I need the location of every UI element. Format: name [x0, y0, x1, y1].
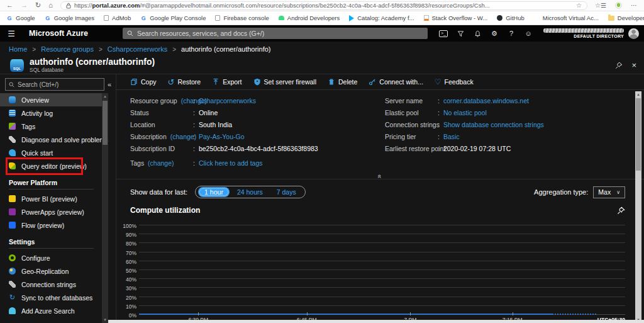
bookmark-google-play-console[interactable]: GGoogle Play Console: [140, 14, 206, 21]
scrollbar-thumb[interactable]: [103, 101, 108, 145]
collapse-sidebar-icon[interactable]: «: [107, 81, 112, 88]
bookmark-stack-overflow[interactable]: Stack Overflow - W...: [424, 14, 488, 21]
browser-menu-icon[interactable]: ⋯: [631, 2, 638, 9]
change-link[interactable]: (change): [170, 133, 196, 140]
scroll-up-icon[interactable]: ▴: [635, 91, 641, 98]
sidebar-item-activity-log[interactable]: Activity log: [0, 106, 103, 120]
github-icon: [497, 15, 502, 21]
shield-icon: [253, 78, 261, 86]
help-icon[interactable]: ?: [507, 29, 516, 38]
powerapps-icon: [9, 208, 16, 215]
subscription-link[interactable]: Pay-As-You-Go: [199, 133, 245, 140]
favorite-star-icon[interactable]: ☆: [576, 2, 582, 9]
copy-button[interactable]: Copy: [130, 78, 157, 86]
favorites-bar-icon[interactable]: ☆☰: [595, 2, 606, 9]
feedback-button[interactable]: ♡Feedback: [435, 78, 474, 86]
scrollbar-thumb[interactable]: [636, 98, 641, 171]
collapse-essentials-icon[interactable]: «: [377, 174, 384, 178]
feedback-smiley-icon[interactable]: ☺: [524, 29, 533, 38]
change-link[interactable]: (change): [148, 159, 174, 167]
scroll-up-icon[interactable]: ▴: [102, 93, 108, 99]
bookmark-microsoft-virtual-academy[interactable]: Microsoft Virtual Ac...: [534, 14, 599, 21]
scroll-down-icon[interactable]: ▾: [102, 317, 108, 323]
elastic-pool-link[interactable]: No elastic pool: [443, 109, 487, 116]
connect-key-icon: [369, 78, 376, 86]
monitoring-controls: Show data for last: 1 hour 24 hours 7 da…: [116, 179, 644, 198]
avatar[interactable]: [628, 28, 639, 39]
range-24-hours[interactable]: 24 hours: [231, 187, 269, 197]
sidebar-item-add-azure-search[interactable]: Add Azure Search: [0, 304, 103, 317]
extension-icon[interactable]: [615, 2, 622, 9]
forward-icon[interactable]: →: [21, 2, 28, 9]
tags-icon: [9, 123, 16, 130]
time-range-group: 1 hour 24 hours 7 days: [195, 186, 306, 198]
notifications-bell-icon[interactable]: [473, 29, 482, 38]
sidebar-search-input[interactable]: [18, 81, 101, 88]
sidebar-item-connection-strings[interactable]: Connection strings: [0, 278, 103, 291]
bookmark-google[interactable]: GGoogle: [6, 14, 35, 21]
bookmark-google-images[interactable]: GGoogle Images: [45, 14, 94, 21]
bookmark-android-developers[interactable]: Android Developers: [279, 14, 340, 21]
refresh-icon[interactable]: ↻: [35, 2, 41, 9]
sidebar-item-query-editor[interactable]: Query editor (preview): [0, 159, 103, 173]
sidebar-item-diagnose[interactable]: Diagnose and solve problems: [0, 133, 103, 146]
show-data-label: Show data for last:: [130, 188, 187, 196]
sidebar-item-geo-replication[interactable]: Geo-Replication: [0, 264, 103, 278]
bookmark-admob[interactable]: AdMob: [104, 14, 131, 21]
sidebar-item-quick-start[interactable]: Quick start: [0, 146, 103, 159]
sidebar-item-sync-databases[interactable]: ↻Sync to other databases: [0, 291, 103, 304]
y-tick-label: 20%: [120, 295, 136, 301]
sidebar-item-configure[interactable]: Configure: [0, 251, 103, 264]
bookmark-folder-developer[interactable]: Developer: [608, 14, 644, 21]
home-icon[interactable]: ⌂: [48, 2, 53, 9]
bookmark-github[interactable]: GitHub: [497, 14, 525, 21]
export-button[interactable]: Export: [212, 78, 242, 86]
range-1-hour[interactable]: 1 hour: [198, 187, 230, 197]
set-server-firewall-button[interactable]: Set server firewall: [253, 78, 316, 86]
global-search-input[interactable]: [137, 30, 423, 37]
pin-icon[interactable]: [615, 62, 623, 69]
sidebar-item-overview[interactable]: Overview: [0, 93, 103, 106]
account-block[interactable]: DEFAULT DIRECTORY: [543, 28, 644, 39]
directory-filter-icon[interactable]: [456, 29, 465, 38]
breadcrumb-resource-group-name[interactable]: Csharpcornerworks: [108, 45, 167, 53]
breadcrumb-resource-groups[interactable]: Resource groups: [41, 45, 94, 53]
delete-button[interactable]: Delete: [328, 78, 357, 86]
sidebar-item-tags[interactable]: Tags: [0, 120, 103, 133]
back-icon[interactable]: ←: [6, 2, 13, 9]
overview-icon: [9, 96, 16, 103]
pin-chart-icon[interactable]: [617, 207, 625, 215]
aggregation-type-select[interactable]: Max∨: [593, 186, 625, 198]
y-tick-label: 0%: [120, 312, 136, 319]
earliest-restore-value: 2020-02-19 07:28 UTC: [443, 145, 511, 152]
breadcrumb-home[interactable]: Home: [9, 45, 27, 53]
main-scrollbar[interactable]: ▴ ▾: [635, 91, 641, 323]
sidebar-item-power-bi[interactable]: Power BI (preview): [0, 192, 103, 205]
bookmark-catalog-academy[interactable]: Catalog: Academy f...: [349, 14, 414, 21]
restore-button[interactable]: ↺Restore: [168, 78, 201, 86]
sidebar-search[interactable]: [5, 78, 104, 91]
tags-row: Tags (change)Click here to add tags: [130, 157, 385, 169]
sidebar-scrollbar[interactable]: ▴ ▾: [102, 93, 108, 323]
google-icon: G: [45, 15, 51, 21]
close-icon[interactable]: ×: [631, 60, 636, 70]
server-name-link[interactable]: corner.database.windows.net: [443, 97, 529, 105]
resource-group-link[interactable]: Csharpcornerworks: [199, 97, 256, 105]
copy-icon: [130, 78, 138, 86]
address-bar[interactable]: https://portal.azure.com/#@paramappdevel…: [60, 1, 587, 10]
sidebar-item-flow[interactable]: Flow (preview): [0, 218, 103, 232]
pricing-tier-link[interactable]: Basic: [443, 133, 460, 140]
sidebar-item-powerapps[interactable]: PowerApps (preview): [0, 205, 103, 218]
stack-overflow-icon: [424, 15, 429, 21]
connect-with-button[interactable]: Connect with...: [369, 78, 423, 86]
global-search[interactable]: [123, 28, 428, 39]
add-tags-link[interactable]: Click here to add tags: [199, 159, 263, 167]
export-icon: [212, 78, 219, 86]
settings-gear-icon[interactable]: ⚙: [490, 29, 499, 38]
connection-strings-link[interactable]: Show database connection strings: [443, 121, 544, 128]
overview-pane: Copy ↺Restore Export Set server firewall…: [116, 74, 644, 323]
hamburger-menu-icon[interactable]: ☰: [0, 29, 23, 38]
bookmark-firebase-console[interactable]: Firebase console: [215, 14, 269, 21]
range-7-days[interactable]: 7 days: [270, 187, 303, 197]
cloud-shell-icon[interactable]: >_: [439, 30, 448, 37]
